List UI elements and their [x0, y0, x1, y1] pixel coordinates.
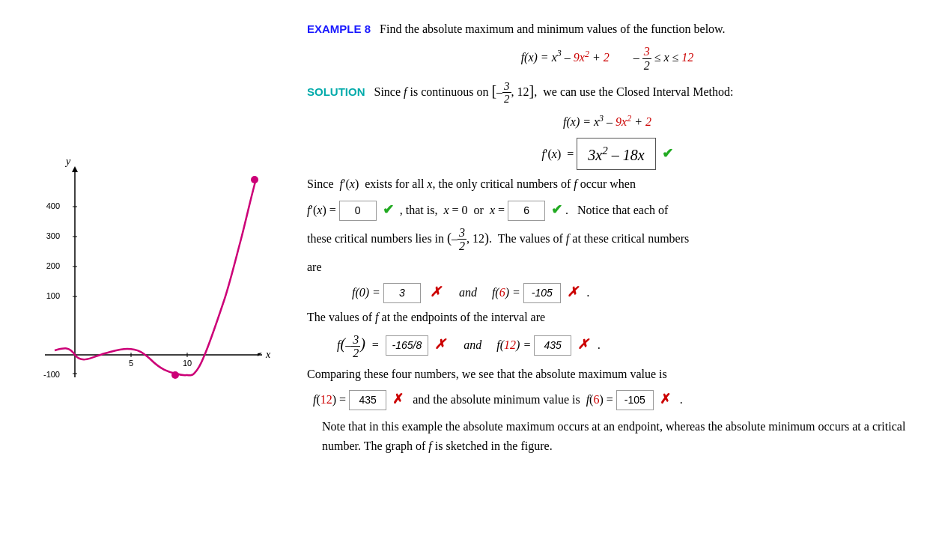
svg-text:x: x: [265, 349, 271, 360]
right-panel: EXAMPLE 8 Find the absolute maximum and …: [292, 0, 930, 560]
svg-point-20: [171, 371, 179, 379]
example-description: Find the absolute maximum and minimum va…: [380, 22, 726, 35]
f6-x-mark: ✗: [567, 284, 578, 299]
f6-box: -105: [523, 283, 561, 302]
f12-box: 435: [534, 335, 571, 355]
f0-x-mark: ✗: [430, 284, 441, 299]
f12-x-mark: ✗: [577, 337, 589, 352]
critical-numbers-line: f′(x) = 0 ✔ , that is, x = 0 or x = 6 ✔ …: [307, 199, 908, 222]
comparing-text: Comparing these four numbers, we see tha…: [307, 365, 908, 384]
endpoints-text: The values of f at the endpoints of the …: [307, 308, 908, 327]
derivative-equation: f′(x) = 3x2 – 18x ✔: [307, 138, 908, 171]
f6-min-x-mark: ✗: [660, 392, 671, 407]
derivative-checkmark: ✔: [662, 143, 673, 165]
fpx-checkmark: ✔: [383, 202, 394, 217]
function-definition: f(x) = x3 – 9x2 + 2 – 32 ≤ x ≤ 12: [307, 45, 908, 72]
svg-text:300: 300: [46, 231, 60, 240]
fx-equation: f(x) = x3 – 9x2 + 2: [307, 112, 908, 132]
f6-min-box: -105: [616, 390, 654, 410]
f-neg32-x-mark: ✗: [434, 337, 446, 352]
svg-text:-100: -100: [43, 370, 60, 379]
fpx-value-box: 0: [339, 201, 377, 221]
note-text: Note that in this example the absolute m…: [307, 417, 908, 457]
svg-text:y: y: [64, 156, 71, 167]
x-value-box: 6: [508, 201, 545, 221]
f-neg32-box: -165/8: [386, 335, 429, 355]
derivative-box: 3x2 – 18x: [577, 138, 655, 171]
f0-box: 3: [383, 283, 421, 302]
are-text: are: [307, 258, 908, 277]
svg-text:10: 10: [183, 359, 192, 368]
svg-marker-3: [72, 166, 78, 172]
f12-max-x-mark: ✗: [392, 392, 404, 407]
left-panel: x y 400 300 200 100 -100 5 10: [0, 0, 292, 560]
solution-label: SOLUTION: [307, 85, 365, 98]
f12-max-box: 435: [349, 390, 386, 410]
svg-text:100: 100: [46, 291, 60, 300]
example-number: EXAMPLE 8: [307, 22, 371, 35]
svg-text:400: 400: [46, 201, 60, 210]
critical-numbers-text: Since f′(x) exists for all x, the only c…: [307, 174, 908, 194]
svg-text:5: 5: [129, 359, 133, 368]
function-graph: x y 400 300 200 100 -100 5 10: [22, 153, 277, 407]
svg-text:200: 200: [46, 261, 60, 270]
max-min-line: f(12) = 435 ✗ and the absolute minimum v…: [307, 389, 908, 411]
endpoint-values-line: f(–32) = -165/8 ✗ and f(12) = 435 ✗ .: [307, 332, 908, 359]
critical-values-line: f(0) = 3 ✗ and f(6) = -105 ✗ .: [307, 281, 908, 303]
critical-in-interval-text: these critical numbers lies in (–32, 12)…: [307, 226, 908, 253]
graph-container: x y 400 300 200 100 -100 5 10: [22, 153, 277, 407]
svg-point-21: [251, 176, 258, 183]
x-checkmark: ✔: [551, 202, 562, 217]
